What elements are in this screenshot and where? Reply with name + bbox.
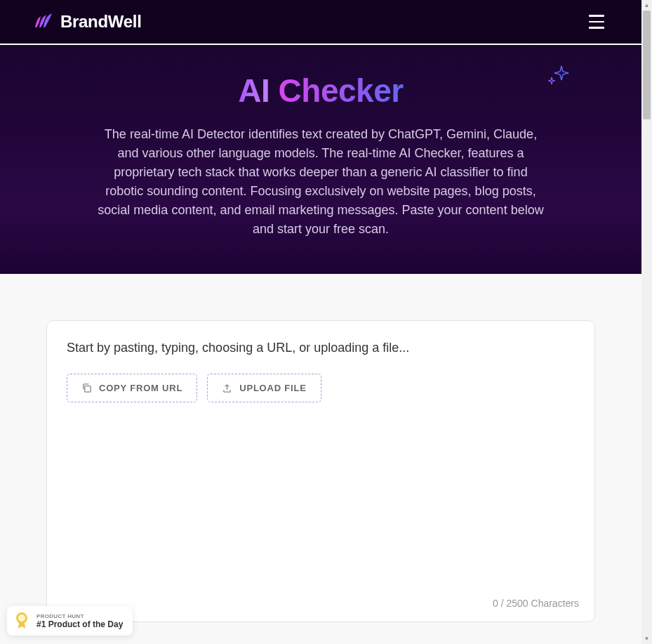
copy-icon: [81, 383, 92, 393]
brand-name: BrandWell: [60, 12, 142, 32]
brand-logo-icon: [34, 13, 53, 30]
copy-url-label: COPY FROM URL: [99, 383, 182, 393]
badge-text: PRODUCT HUNT #1 Product of the Day: [36, 613, 123, 629]
page-title: AI Checker: [34, 72, 608, 110]
scroll-down-arrow[interactable]: ▼: [641, 633, 652, 644]
input-card[interactable]: Start by pasting, typing, choosing a URL…: [46, 320, 595, 622]
logo[interactable]: BrandWell: [34, 12, 142, 32]
hamburger-menu-button[interactable]: [585, 11, 608, 33]
title-checker: Checker: [279, 72, 404, 109]
upload-icon: [222, 383, 232, 393]
scroll-up-arrow[interactable]: ▲: [641, 0, 652, 11]
menu-icon: [589, 15, 604, 17]
hero-description: The real-time AI Detector identifies tex…: [96, 125, 545, 239]
badge-title: #1 Product of the Day: [36, 619, 123, 629]
scrollbar-thumb[interactable]: [643, 11, 651, 119]
upload-label: UPLOAD FILE: [239, 383, 306, 393]
scrollbar[interactable]: ▲ ▼: [641, 0, 652, 644]
hero-section: AI Checker The real-time AI Detector ide…: [0, 44, 641, 274]
award-icon: [14, 612, 29, 630]
sparkle-icon: [546, 65, 571, 90]
badge-label: PRODUCT HUNT: [36, 613, 123, 619]
svg-rect-0: [85, 386, 91, 392]
product-hunt-badge[interactable]: PRODUCT HUNT #1 Product of the Day: [7, 606, 133, 636]
upload-file-button[interactable]: UPLOAD FILE: [207, 374, 321, 402]
character-count: 0 / 2500 Characters: [493, 598, 579, 609]
title-ai: AI: [238, 72, 270, 109]
main-content: Start by pasting, typing, choosing a URL…: [0, 274, 641, 622]
svg-point-2: [18, 615, 25, 622]
header: BrandWell: [0, 0, 641, 44]
button-row: COPY FROM URL UPLOAD FILE: [67, 374, 575, 402]
copy-from-url-button[interactable]: COPY FROM URL: [67, 374, 197, 402]
input-placeholder: Start by pasting, typing, choosing a URL…: [67, 341, 575, 355]
